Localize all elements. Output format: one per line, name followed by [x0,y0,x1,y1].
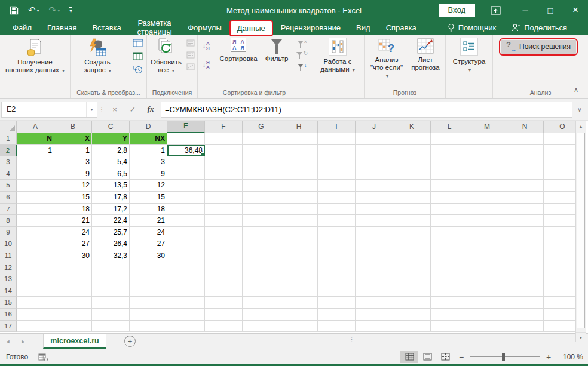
cell-G10[interactable] [243,238,280,250]
cell-C17[interactable] [92,321,130,333]
cell-M5[interactable] [468,180,506,192]
cell-C3[interactable]: 5,4 [92,156,130,168]
cell-M2[interactable] [468,145,506,157]
cell-F8[interactable] [205,215,243,227]
minimize-button[interactable]: ─ [513,0,538,20]
cancel-entry-button[interactable]: × [106,102,124,118]
outline-button[interactable]: Структура ▾ [448,36,490,74]
cell-A4[interactable] [17,168,54,180]
cell-K8[interactable] [393,215,431,227]
sort-button[interactable]: ЯА АЯ Сортировка [217,36,260,63]
cell-C5[interactable]: 13,5 [92,180,130,192]
zoom-level-label[interactable]: 100 % [556,353,583,361]
cell-E1[interactable] [167,133,205,145]
column-header-L[interactable]: L [431,121,468,133]
tab-review[interactable]: Рецензирование [273,20,348,35]
cell-M11[interactable] [468,250,506,262]
row-header-1[interactable]: 1 [0,133,17,145]
cell-J3[interactable] [356,156,393,168]
cell-N11[interactable] [506,250,544,262]
cell-J8[interactable] [356,215,393,227]
cell-A16[interactable] [17,309,54,321]
cell-J10[interactable] [356,238,393,250]
cell-F12[interactable] [205,262,243,274]
row-header-3[interactable]: 3 [0,156,17,168]
cell-F7[interactable] [205,204,243,216]
name-box[interactable]: E2 ▾ [1,102,97,118]
cell-F5[interactable] [205,180,243,192]
cell-B10[interactable]: 27 [54,238,92,250]
normal-view-button[interactable] [400,351,418,363]
cell-L15[interactable] [431,297,468,309]
row-header-11[interactable]: 11 [0,250,17,262]
solver-button[interactable]: ? → Поиск решения [501,40,576,54]
cell-E12[interactable] [167,262,205,274]
cell-L8[interactable] [431,215,468,227]
cell-H13[interactable] [280,273,318,285]
cell-I6[interactable] [318,192,356,204]
cell-I11[interactable] [318,250,356,262]
cell-D10[interactable]: 27 [130,238,167,250]
cell-N16[interactable] [506,309,544,321]
cell-K4[interactable] [393,168,431,180]
cell-J17[interactable] [356,321,393,333]
cell-M10[interactable] [468,238,506,250]
cell-B4[interactable]: 9 [54,168,92,180]
row-header-9[interactable]: 9 [0,227,17,239]
tab-data[interactable]: Данные [229,20,273,36]
column-header-A[interactable]: A [17,121,54,133]
cell-M9[interactable] [468,227,506,239]
cell-F6[interactable] [205,192,243,204]
cell-F3[interactable] [205,156,243,168]
row-header-4[interactable]: 4 [0,168,17,180]
cell-G6[interactable] [243,192,280,204]
cell-K7[interactable] [393,204,431,216]
cell-K15[interactable] [393,297,431,309]
cell-H4[interactable] [280,168,318,180]
cell-H14[interactable] [280,285,318,297]
cell-I16[interactable] [318,309,356,321]
cell-D9[interactable]: 24 [130,227,167,239]
page-break-view-button[interactable] [436,351,454,363]
cell-K10[interactable] [393,238,431,250]
from-table-button[interactable] [132,51,143,61]
cell-E16[interactable] [167,309,205,321]
cell-A17[interactable] [17,321,54,333]
cell-N10[interactable] [506,238,544,250]
cell-N15[interactable] [506,297,544,309]
cell-A15[interactable] [17,297,54,309]
cell-D17[interactable] [130,321,167,333]
cell-M17[interactable] [468,321,506,333]
cell-C7[interactable]: 17,2 [92,204,130,216]
cell-D5[interactable]: 12 [130,180,167,192]
cell-B1[interactable]: X [54,133,92,145]
cell-J2[interactable] [356,145,393,157]
cell-J1[interactable] [356,133,393,145]
column-header-H[interactable]: H [280,121,318,133]
cell-I3[interactable] [318,156,356,168]
cell-G9[interactable] [243,227,280,239]
filter-button[interactable]: Фильтр [261,36,292,63]
insert-function-button[interactable]: fx [142,102,160,118]
cell-G12[interactable] [243,262,280,274]
redo-button[interactable]: ↷▾ [49,5,60,16]
cell-D7[interactable]: 18 [130,204,167,216]
cell-L1[interactable] [431,133,468,145]
cell-J15[interactable] [356,297,393,309]
row-header-17[interactable]: 17 [0,321,17,333]
cell-F14[interactable] [205,285,243,297]
column-header-F[interactable]: F [205,121,243,133]
row-header-10[interactable]: 10 [0,238,17,250]
cell-D14[interactable] [130,285,167,297]
data-tools-button[interactable]: Работа с данными ▾ [314,36,362,74]
cell-L13[interactable] [431,273,468,285]
cell-C1[interactable]: Y [92,133,130,145]
cell-M7[interactable] [468,204,506,216]
cell-L9[interactable] [431,227,468,239]
cell-E6[interactable] [167,192,205,204]
cell-J11[interactable] [356,250,393,262]
cell-E5[interactable] [167,180,205,192]
cell-E10[interactable] [167,238,205,250]
cell-B17[interactable] [54,321,92,333]
select-all-corner[interactable] [0,121,17,133]
